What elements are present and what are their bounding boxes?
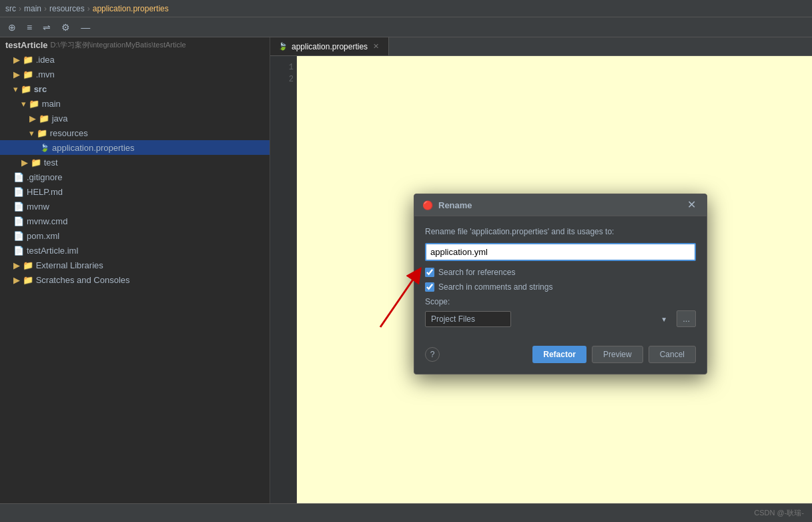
tab-app-properties[interactable]: 🍃 application.properties ✕ xyxy=(270,37,389,55)
sidebar-item-label: Scratches and Consoles xyxy=(36,275,130,285)
sidebar-item-main[interactable]: ▾ 📁 main xyxy=(0,96,270,111)
rename-input[interactable] xyxy=(425,243,696,261)
scope-row: Scope: Project Files Project and Librari… xyxy=(425,297,696,327)
folder-icon: ▾ 📁 xyxy=(21,99,39,109)
dialog-title-bar: 🔴 Rename ✕ xyxy=(414,194,707,216)
sidebar-item-label: src xyxy=(34,84,47,94)
project-name: testArticle xyxy=(5,40,48,50)
sidebar-item-label: .mvn xyxy=(36,69,55,79)
sidebar-item-label: application.properties xyxy=(52,143,135,153)
sidebar-item-scratches[interactable]: ▶ 📁 Scratches and Consoles xyxy=(0,272,270,287)
tab-bar: 🍃 application.properties ✕ xyxy=(270,37,812,56)
folder-icon: ▶ 📁 xyxy=(29,113,49,123)
sidebar-item-external-libs[interactable]: ▶ 📁 External Libraries xyxy=(0,258,270,272)
dialog-body: Rename file 'application.properties' and… xyxy=(414,216,707,346)
rename-dialog: 🔴 Rename ✕ Rename file 'application.prop… xyxy=(414,194,707,374)
sidebar-item-test[interactable]: ▶ 📁 test xyxy=(0,155,270,170)
sidebar-item-idea[interactable]: ▶ 📁 .idea xyxy=(0,52,270,67)
toolbar-settings-btn[interactable]: ⚙ xyxy=(59,21,73,34)
search-refs-row: Search for references xyxy=(425,268,696,277)
folder-icon: ▶ 📁 xyxy=(13,55,33,65)
search-refs-checkbox[interactable] xyxy=(425,268,434,277)
sidebar-item-src[interactable]: ▾ 📁 src xyxy=(0,81,270,96)
dialog-footer: ? Refactor Preview Cancel xyxy=(414,346,707,374)
toolbar-indent-btn[interactable]: ⇌ xyxy=(40,21,53,34)
sidebar-item-label: main xyxy=(42,99,61,109)
sidebar-item-java[interactable]: ▶ 📁 java xyxy=(0,111,270,125)
watermark: CSDN @-耿瑞- xyxy=(754,508,804,518)
tab-icon: 🍃 xyxy=(278,42,288,51)
sidebar-item-gitignore[interactable]: 📄 .gitignore xyxy=(0,170,270,184)
toolbar-minimize-btn[interactable]: — xyxy=(78,21,93,34)
sidebar-item-label: pom.xml xyxy=(27,231,59,241)
scope-label: Scope: xyxy=(425,297,696,306)
tab-label: application.properties xyxy=(292,42,368,51)
cancel-button[interactable]: Cancel xyxy=(649,346,696,363)
sidebar-item-label: test xyxy=(44,158,58,168)
breadcrumb-main[interactable]: main xyxy=(24,4,41,13)
sidebar-item-app-properties[interactable]: 🍃 application.properties xyxy=(0,140,270,155)
line-number-2: 2 xyxy=(273,73,294,85)
search-refs-label: Search for references xyxy=(438,268,515,277)
help-button[interactable]: ? xyxy=(425,347,440,362)
line-number-1: 1 xyxy=(273,61,294,73)
file-icon: 📄 xyxy=(13,231,24,241)
sidebar-item-label: resources xyxy=(50,128,88,138)
status-bar: CSDN @-耿瑞- xyxy=(0,503,812,522)
folder-icon: ▾ 📁 xyxy=(29,128,47,138)
toolbar-align-btn[interactable]: ≡ xyxy=(24,21,35,34)
file-icon: 📄 xyxy=(13,172,24,182)
dialog-description: Rename file 'application.properties' and… xyxy=(425,227,696,236)
project-path: D:\学习案例\integrationMyBatis\testArticle xyxy=(51,40,186,50)
folder-icon: ▶ 📁 xyxy=(21,158,41,168)
search-comments-label: Search in comments and strings xyxy=(438,282,552,292)
sidebar-item-label: mvnw.cmd xyxy=(27,216,67,226)
search-comments-row: Search in comments and strings xyxy=(425,282,696,292)
sidebar-item-label: External Libraries xyxy=(36,260,103,270)
line-numbers: 1 2 xyxy=(270,56,297,503)
prop-icon: 🍃 xyxy=(40,144,49,152)
breadcrumb-file[interactable]: application.properties xyxy=(93,4,169,13)
scope-dropdown[interactable]: Project Files Project and Libraries Modu… xyxy=(425,311,511,327)
dialog-close-btn[interactable]: ✕ xyxy=(685,200,699,210)
sidebar-item-help[interactable]: 📄 HELP.md xyxy=(0,184,270,199)
sidebar-item-mvn[interactable]: ▶ 📁 .mvn xyxy=(0,67,270,81)
action-buttons: Refactor Preview Cancel xyxy=(532,346,696,363)
breadcrumb: src › main › resources › application.pro… xyxy=(0,0,812,17)
file-icon: 📄 xyxy=(13,187,24,197)
sidebar-item-label: .idea xyxy=(36,55,55,65)
scope-select-wrapper: Project Files Project and Libraries Modu… xyxy=(425,311,673,327)
sidebar-item-label: mvnw xyxy=(27,202,49,212)
scope-select-row: Project Files Project and Libraries Modu… xyxy=(425,310,696,327)
dialog-icon: 🔴 xyxy=(422,200,433,210)
folder-icon: ▶ 📁 xyxy=(13,275,33,285)
dialog-title: 🔴 Rename xyxy=(422,200,472,210)
sidebar-item-mvnwcmd[interactable]: 📄 mvnw.cmd xyxy=(0,214,270,228)
sidebar-item-mvnw[interactable]: 📄 mvnw xyxy=(0,199,270,214)
sidebar-item-label: testArticle.iml xyxy=(27,246,78,256)
file-icon: 📄 xyxy=(13,202,24,212)
sidebar-item-label: .gitignore xyxy=(27,172,62,182)
sidebar-item-pomxml[interactable]: 📄 pom.xml xyxy=(0,228,270,243)
refactor-button[interactable]: Refactor xyxy=(532,346,586,363)
toolbar: ⊕ ≡ ⇌ ⚙ — xyxy=(0,17,812,37)
file-icon: 📄 xyxy=(13,246,24,256)
file-icon: 📄 xyxy=(13,216,24,226)
folder-icon: ▾ 📁 xyxy=(13,84,31,94)
folder-icon: ▶ 📁 xyxy=(13,260,33,270)
sidebar-item-iml[interactable]: 📄 testArticle.iml xyxy=(0,243,270,258)
toolbar-globe-btn[interactable]: ⊕ xyxy=(5,21,19,34)
sidebar-item-resources[interactable]: ▾ 📁 resources xyxy=(0,125,270,140)
scope-more-btn[interactable]: ... xyxy=(677,310,696,327)
preview-button[interactable]: Preview xyxy=(592,346,643,363)
tab-close-btn[interactable]: ✕ xyxy=(372,42,380,51)
sidebar: testArticle D:\学习案例\integrationMyBatis\t… xyxy=(0,37,270,503)
breadcrumb-src[interactable]: src xyxy=(5,4,16,13)
dialog-title-label: Rename xyxy=(438,200,472,210)
sidebar-item-label: java xyxy=(52,113,68,123)
folder-icon: ▶ 📁 xyxy=(13,69,33,79)
breadcrumb-resources[interactable]: resources xyxy=(49,4,85,13)
sidebar-item-label: HELP.md xyxy=(27,187,63,197)
sidebar-project-title[interactable]: testArticle D:\学习案例\integrationMyBatis\t… xyxy=(0,37,270,52)
search-comments-checkbox[interactable] xyxy=(425,282,434,292)
